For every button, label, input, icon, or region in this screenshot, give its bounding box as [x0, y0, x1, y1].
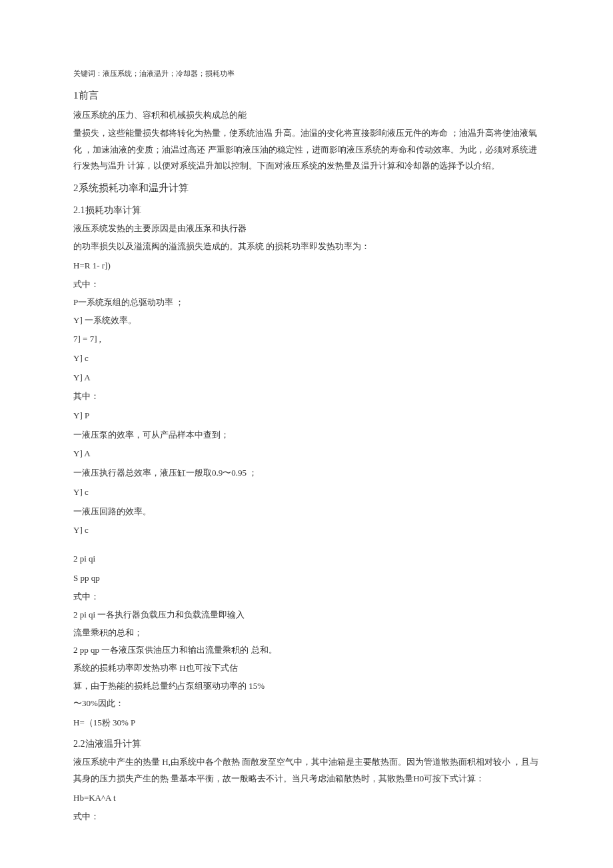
s21-f11: Y] A	[73, 446, 540, 462]
s21-f3: P一系统泵组的总驱动功率 ；	[73, 294, 540, 311]
s21-f5: 7] = 7] ,	[73, 331, 540, 348]
s21-p1: 液压系统发热的主要原因是由液压泵和执行器	[73, 220, 540, 237]
s21-f22: H=（15粉 30% P	[73, 715, 540, 731]
section-2-2-title: 2.2油液温升计算	[73, 735, 540, 753]
s21-f21: 2 pp qp 一各液压泵供油压力和输出流量乘积的 总和。	[73, 642, 540, 659]
s21-f16: 2 pi qi	[73, 551, 540, 568]
section-1-p1: 液压系统的压力、容积和机械损失构成总的能	[73, 107, 540, 124]
s21-f18: 式中：	[73, 589, 540, 606]
s21-f9: Y] P	[73, 408, 540, 424]
s21-f13: Y] c	[73, 484, 540, 501]
s21-f7: Y] A	[73, 370, 540, 386]
section-1-title: 1前言	[73, 86, 540, 105]
section-2-title: 2系统损耗功率和温升计算	[73, 179, 540, 198]
s21-f1: H=R 1- r])	[73, 258, 540, 274]
s21-f15: Y] c	[73, 522, 540, 539]
keywords-line: 关键词：液压系统；油液温升；冷却器；损耗功率	[73, 67, 540, 81]
s21-f4: Y] 一系统效率。	[73, 312, 540, 329]
spacer	[73, 542, 540, 548]
s21-f17: S pp qp	[73, 570, 540, 587]
s21-f20: 流量乘积的总和；	[73, 625, 540, 642]
s22-f1: Hb=KA^A t	[73, 790, 540, 807]
s21-p2: 的功率损失以及溢流阀的溢流损失造成的。其系统 的损耗功率即发热功率为：	[73, 238, 540, 255]
s22-f2: 式中：	[73, 809, 540, 825]
section-2-1-title: 2.1损耗功率计算	[73, 202, 540, 220]
s21-p5: 〜30%因此：	[73, 695, 540, 712]
s21-f6: Y] c	[73, 350, 540, 367]
s21-f19: 2 pi qi 一各执行器负载压力和负载流量即输入	[73, 607, 540, 624]
s21-f2: 式中：	[73, 276, 540, 293]
s21-f14: 一液压回路的效率。	[73, 504, 540, 520]
s21-f12: 一液压执行器总效率，液压缸一般取0.9〜0.95 ；	[73, 465, 540, 482]
s22-p1: 液压系统中产生的热量 H,由系统中各个散热 面散发至空气中，其中油箱是主要散热面…	[73, 754, 540, 787]
s21-f8: 其中：	[73, 388, 540, 405]
s21-f10: 一液压泵的效率，可从产品样本中查到；	[73, 427, 540, 444]
s21-p3: 系统的损耗功率即发热功率 H也可按下式估	[73, 660, 540, 677]
s21-p4: 算，由于热能的损耗总量约占泵组驱动功率的 15%	[73, 678, 540, 695]
section-1-p2: 量损失，这些能量损失都将转化为热量，使系统油温 升高。油温的变化将直接影响液压元…	[73, 125, 540, 175]
